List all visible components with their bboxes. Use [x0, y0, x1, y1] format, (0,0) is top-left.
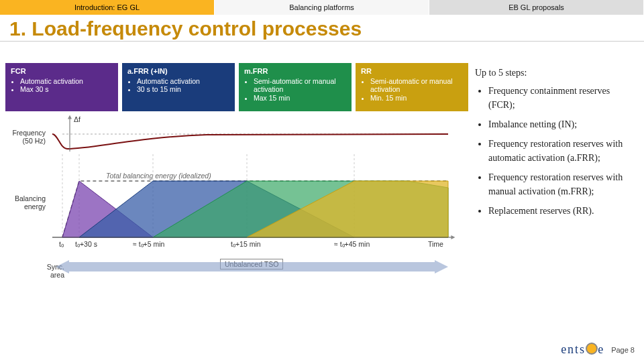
steps-lead: Up to 5 steps: — [475, 66, 639, 80]
box-afrr-line1: Automatic activation — [137, 77, 229, 86]
footer: entse Page 8 — [561, 343, 635, 357]
box-rr-line1: Semi-automatic or manual activation — [370, 77, 463, 94]
box-mfrr: m.FRR Semi-automatic or manual activatio… — [239, 63, 352, 111]
box-afrr: a.FRR (+IN) Automatic activation 30 s to… — [122, 63, 235, 111]
box-mfrr-title: m.FRR — [244, 67, 346, 76]
tab-eb[interactable]: EB GL proposals — [429, 0, 644, 15]
reserve-boxes: FCR Automatic activation Max 30 s a.FRR … — [5, 63, 468, 111]
balancing-svg — [5, 114, 468, 288]
box-fcr-line1: Automatic activation — [20, 77, 113, 86]
step-rr: Replacement reserves (RR). — [488, 204, 639, 218]
step-mfrr: Frequency restoration reserves with manu… — [488, 170, 639, 198]
logo-o-icon — [586, 343, 598, 355]
box-fcr-line2: Max 30 s — [20, 85, 113, 94]
box-mfrr-line1: Semi-automatic or manual activation — [254, 77, 346, 94]
main-content: FCR Automatic activation Max 30 s a.FRR … — [0, 44, 644, 288]
balancing-diagram: Frequency (50 Hz) Δf Total balancing ene… — [5, 114, 468, 288]
box-afrr-line2: 30 s to 15 min — [137, 85, 229, 94]
logo-text: ents — [561, 343, 586, 356]
top-tabs: Introduction: EG GL Balancing platforms … — [0, 0, 644, 15]
frequency-curve — [52, 134, 448, 149]
step-afrr: Frequency restoration reserves with auto… — [488, 137, 639, 165]
page-title: 1. Load-frequency control processes — [0, 15, 644, 42]
svg-marker-10 — [56, 260, 69, 274]
steps-panel: Up to 5 steps: Frequency containment res… — [475, 63, 639, 288]
box-afrr-title: a.FRR (+IN) — [127, 67, 229, 76]
box-rr: RR Semi-automatic or manual activation M… — [356, 63, 468, 111]
entsoe-logo: entse — [561, 343, 604, 357]
box-rr-title: RR — [361, 67, 463, 76]
diagram-column: FCR Automatic activation Max 30 s a.FRR … — [5, 63, 468, 288]
step-fcr: Frequency containment reserves (FCR); — [488, 84, 639, 112]
step-in: Imbalance netting (IN); — [488, 117, 639, 131]
steps-list: Frequency containment reserves (FCR); Im… — [475, 84, 639, 218]
page-number: Page 8 — [611, 346, 635, 354]
box-fcr-title: FCR — [11, 67, 113, 76]
box-mfrr-line2: Max 15 min — [254, 94, 346, 103]
svg-marker-9 — [435, 260, 448, 274]
box-rr-line2: Min. 15 min — [370, 94, 463, 103]
tab-balancing[interactable]: Balancing platforms — [215, 0, 429, 15]
tab-intro[interactable]: Introduction: EG GL — [0, 0, 215, 15]
box-fcr: FCR Automatic activation Max 30 s — [5, 63, 118, 111]
slide: Introduction: EG GL Balancing platforms … — [0, 0, 644, 362]
